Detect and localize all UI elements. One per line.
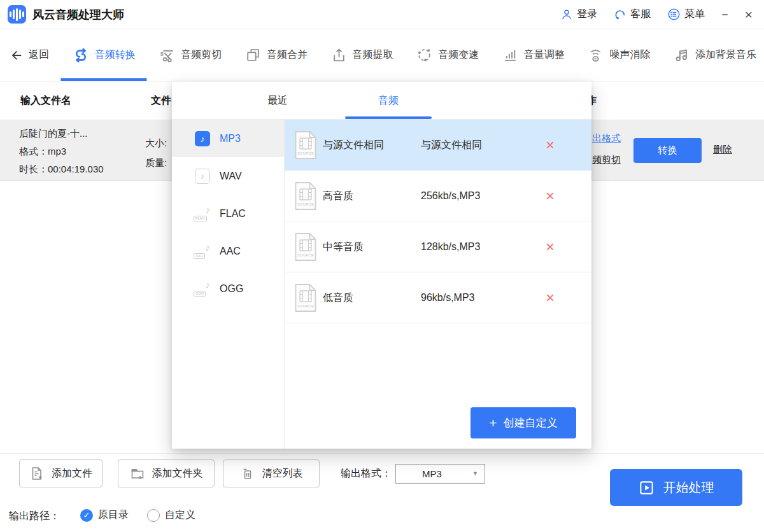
merge-icon — [245, 47, 261, 63]
popup-tab-recent[interactable]: 最近 — [267, 81, 288, 120]
scissors-icon — [159, 47, 175, 64]
add-folder-button[interactable]: 添加文件夹 — [118, 459, 215, 487]
audio-cut-link[interactable]: 频剪切 — [592, 154, 621, 166]
add-folder-icon — [130, 466, 145, 481]
aac-format-icon: ♪ AAC — [195, 244, 210, 259]
header-input-filename: 输入文件名 — [20, 81, 71, 120]
preset-row-same-as-source[interactable]: SOURCE 与源文件相同 与源文件相同 × — [285, 120, 591, 171]
format-item-aac[interactable]: ♪ AAC AAC — [172, 232, 284, 270]
radio-original-directory[interactable]: ✓ 原目录 — [80, 508, 129, 522]
file-size-label: 大小: — [145, 133, 167, 153]
minimize-button[interactable]: − — [721, 9, 728, 20]
delete-preset-icon[interactable]: × — [546, 221, 555, 272]
feature-toolbar: 返回 音频转换 音频剪切 音 — [0, 29, 764, 81]
titlebar: 风云音频处理大师 登录 客服 — [0, 0, 764, 29]
service-button[interactable]: 客服 — [614, 8, 651, 21]
popup-tabs: 最近 音频 — [172, 81, 591, 120]
file-quality-label: 质量: — [145, 153, 167, 172]
active-tab-underline — [345, 116, 432, 119]
preset-row-high-quality[interactable]: SOURCE 高音质 256kb/s,MP3 × — [285, 171, 591, 221]
convert-icon — [73, 47, 89, 64]
radio-checked-icon: ✓ — [80, 509, 93, 522]
volume-bars-icon — [502, 47, 518, 63]
app-title: 风云音频处理大师 — [32, 7, 124, 22]
back-arrow-icon — [9, 48, 23, 62]
output-path-label: 输出路径： — [9, 509, 60, 523]
preset-row-medium-quality[interactable]: SOURCE 中等音质 128kb/s,MP3 × — [285, 221, 591, 272]
tab-volume-adjust[interactable]: 音量调整 — [502, 29, 565, 81]
tab-audio-merge[interactable]: 音频合并 — [245, 29, 308, 81]
radio-custom-directory[interactable]: 自定义 — [147, 508, 195, 522]
source-file-icon: SOURCE — [294, 283, 317, 312]
format-item-ogg[interactable]: ♪ OGG OGG — [172, 270, 284, 307]
add-file-icon — [29, 466, 45, 481]
headset-icon — [614, 8, 626, 21]
header-file-info: 文件 — [151, 81, 171, 120]
delete-preset-icon[interactable]: × — [546, 120, 555, 171]
tab-add-bg-music[interactable]: 添加背景音乐 — [674, 29, 756, 81]
convert-button[interactable]: 转换 — [633, 138, 702, 163]
tab-audio-cut[interactable]: 音频剪切 — [159, 29, 222, 81]
chevron-down-icon: ▼ — [472, 465, 478, 483]
trash-icon — [240, 466, 255, 481]
clear-list-button[interactable]: 清空列表 — [223, 459, 320, 487]
tab-audio-convert[interactable]: 音频转换 — [73, 29, 136, 81]
format-item-mp3[interactable]: ♪ MP3 — [172, 120, 284, 157]
create-custom-button[interactable]: + 创建自定义 — [470, 407, 576, 438]
output-format-dropdown[interactable]: MP3 ▼ — [395, 464, 485, 484]
source-file-icon: SOURCE — [294, 232, 317, 262]
format-item-wav[interactable]: ♪ WAV — [172, 157, 284, 195]
noise-icon — [588, 47, 604, 63]
start-processing-button[interactable]: 开始处理 — [610, 469, 742, 506]
add-file-button[interactable]: 添加文件 — [19, 459, 103, 487]
delete-preset-icon[interactable]: × — [546, 171, 555, 221]
user-icon — [560, 8, 573, 21]
output-format-link[interactable]: 出格式 — [592, 132, 621, 144]
popup-tab-audio[interactable]: 音频 — [378, 81, 399, 120]
flac-format-icon: ♪ FLAC — [195, 206, 210, 221]
source-file-icon: SOURCE — [294, 181, 317, 211]
source-file-icon: SOURCE — [294, 130, 317, 160]
menu-button[interactable]: 菜单 — [667, 8, 705, 21]
ogg-format-icon: ♪ OGG — [195, 281, 210, 297]
delete-preset-icon[interactable]: × — [546, 272, 555, 323]
wav-format-icon: ♪ — [195, 169, 210, 184]
preset-list: SOURCE 与源文件相同 与源文件相同 × SOURCE 高音质 — [285, 120, 591, 449]
mp3-format-icon: ♪ — [195, 131, 210, 146]
login-button[interactable]: 登录 — [560, 8, 597, 21]
play-icon — [639, 480, 654, 496]
delete-link[interactable]: 删除 — [713, 144, 732, 156]
format-popup: 最近 音频 ♪ MP3 ♪ WAV ♪ FLAC FLAC ♪ — [172, 81, 591, 449]
preset-row-low-quality[interactable]: SOURCE 低音质 96kb/s,MP3 × — [285, 272, 591, 323]
file-duration: 时长：00:04:19.030 — [19, 160, 104, 178]
format-sidebar: ♪ MP3 ♪ WAV ♪ FLAC FLAC ♪ AAC AAC — [172, 120, 285, 449]
music-note-icon — [674, 47, 690, 63]
output-format-label: 输出格式： — [341, 459, 392, 487]
speed-icon — [416, 47, 432, 63]
footer-divider — [0, 453, 764, 454]
tab-audio-extract[interactable]: 音频提取 — [331, 29, 393, 81]
tab-noise-removal[interactable]: 噪声消除 — [588, 29, 650, 81]
back-button[interactable]: 返回 — [9, 29, 49, 81]
plus-icon: + — [489, 416, 497, 431]
radio-unchecked-icon — [147, 509, 160, 522]
file-format: 格式：mp3 — [19, 143, 104, 160]
format-item-flac[interactable]: ♪ FLAC FLAC — [172, 195, 284, 232]
extract-icon — [331, 47, 347, 63]
dropdown-value: MP3 — [396, 465, 468, 483]
tab-audio-speed[interactable]: 音频变速 — [416, 29, 479, 81]
app-logo-icon — [8, 5, 26, 24]
close-button[interactable]: × — [745, 8, 753, 21]
file-name: 后陡门的夏-十... — [19, 125, 104, 143]
menu-icon — [667, 8, 681, 21]
